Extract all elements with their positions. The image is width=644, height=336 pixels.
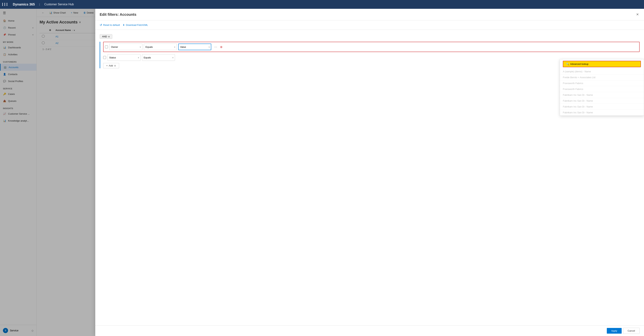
app-module: Customer Service Hub [44,3,74,6]
close-icon: ✕ [636,13,639,16]
filter1-field-wrapper: Owner ∨ [110,43,142,50]
modal-toolbar: ↺ Reset to default ⬇ Download FetchXML [95,20,644,30]
reset-to-default-button[interactable]: ↺ Reset to default [100,22,120,27]
dropdown-item[interactable]: Fabrikam Inc San Di - Name [560,110,644,116]
dropdown-item[interactable]: Fabrikam Inc San Di - Name [560,104,644,110]
filter1-field-select[interactable]: Owner [110,43,142,50]
filter1-condition-select[interactable]: Equals [144,43,177,50]
advanced-lookup-label: Advanced lookup [570,63,588,65]
download-fetchxml-button[interactable]: ⬇ Download FetchXML [123,23,148,27]
filter2-checkbox[interactable] [103,56,106,59]
filter2-condition-wrapper: Equals ∨ [142,54,175,61]
filter-row-2: Status ∨ Equals ∨ [103,54,640,61]
filter-row-1: Owner ∨ Equals ∨ Value ∨ ⋯ ⊕ [103,42,640,52]
filter1-more-button[interactable]: ⋯ [213,44,218,49]
modal-title: Edit filters: Accounts [100,12,136,17]
filter2-field-wrapper: Status ∨ [108,54,140,61]
value-dropdown-panel: 🔍 Advanced lookup A (sample) (demo) - Na… [560,59,644,116]
filter1-value-wrapper: Value ∨ [178,43,211,50]
reset-icon: ↺ [100,23,102,27]
dropdown-item[interactable]: A (sample) (demo) - Name [560,69,644,74]
and-chevron: ∨ [108,35,110,38]
cancel-button[interactable]: Cancel [623,328,640,334]
filter1-error-icon: ⊕ [220,45,222,49]
filter1-value-select[interactable]: Value [178,43,211,50]
dropdown-item[interactable]: Fransworth Fabrics [560,86,644,92]
download-label: Download FetchXML [126,24,148,26]
add-label: Add [109,64,113,67]
dropdown-item[interactable]: Fabrikam Inc San Di - Name [560,92,644,98]
filter2-condition-select[interactable]: Equals [142,54,175,61]
add-icon: + [106,64,108,67]
topbar: Dynamics 365 | Customer Service Hub [0,0,644,9]
app-name: Dynamics 365 [13,2,35,6]
dropdown-item[interactable]: Fabrikam Inc San Di - Name [560,98,644,104]
modal-footer: Apply Cancel [95,325,644,336]
and-label: AND [102,35,107,38]
edit-filters-modal: Edit filters: Accounts ✕ ↺ Reset to defa… [95,9,644,336]
modal-close-button[interactable]: ✕ [636,12,640,17]
dropdown-item[interactable]: Freide Bernto + Associates Ltd [560,74,644,80]
advanced-lookup-icon: 🔍 [566,63,569,65]
add-chevron: ∨ [114,64,116,67]
filter-group: Owner ∨ Equals ∨ Value ∨ ⋯ ⊕ [100,42,640,68]
add-filter-row: + Add ∨ [103,63,640,68]
modal-header: Edit filters: Accounts ✕ [95,9,644,20]
and-operator-badge[interactable]: AND ∨ [100,34,112,39]
reset-label: Reset to default [103,24,120,26]
filter2-field-select[interactable]: Status [108,54,140,61]
download-icon: ⬇ [123,24,125,26]
modal-body: AND ∨ Owner ∨ Equals ∨ [95,30,644,325]
topbar-separator: | [39,3,40,6]
advanced-lookup-button[interactable]: 🔍 Advanced lookup [563,61,641,67]
dropdown-item[interactable]: Fransworth Fabrics [560,80,644,86]
app-grid-icon[interactable] [2,3,8,6]
filter1-condition-wrapper: Equals ∨ [144,43,177,50]
apply-button[interactable]: Apply [607,328,622,334]
add-filter-button[interactable]: + Add ∨ [103,63,119,68]
filter1-checkbox[interactable] [105,45,108,48]
